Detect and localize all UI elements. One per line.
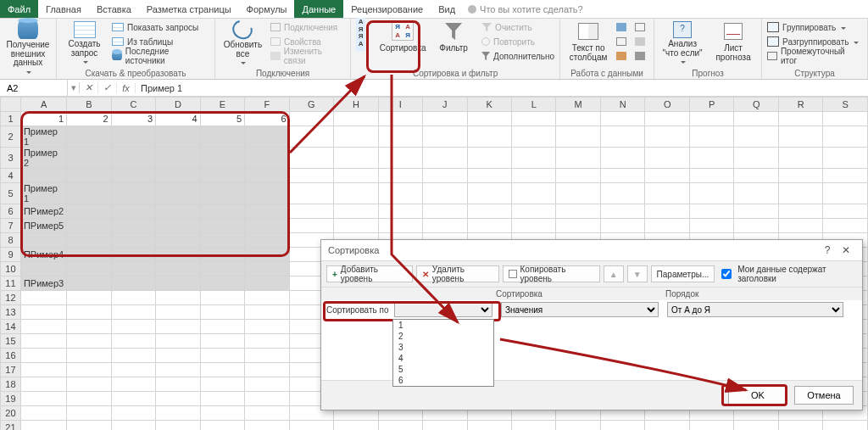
col-header[interactable]: B <box>67 98 111 112</box>
cell[interactable] <box>156 392 200 406</box>
cell[interactable] <box>67 377 111 392</box>
cell[interactable] <box>67 148 111 169</box>
cell[interactable] <box>511 169 555 183</box>
cell[interactable] <box>111 233 155 248</box>
cell[interactable] <box>689 112 733 126</box>
row-header[interactable]: 20 <box>1 406 21 421</box>
cell[interactable] <box>200 305 244 320</box>
cell[interactable] <box>734 183 779 204</box>
cell[interactable]: 3 <box>111 112 155 126</box>
cell[interactable] <box>823 112 868 126</box>
cell[interactable] <box>200 349 244 363</box>
cell[interactable] <box>600 112 644 126</box>
col-header[interactable]: P <box>689 98 733 112</box>
cell[interactable]: 5 <box>200 112 244 126</box>
cell[interactable] <box>778 204 822 219</box>
col-header[interactable]: O <box>645 98 690 112</box>
cell[interactable] <box>67 320 111 334</box>
cell[interactable] <box>423 148 467 169</box>
col-header[interactable]: J <box>423 98 467 112</box>
tab-home[interactable]: Главная <box>38 0 89 18</box>
cell[interactable] <box>20 392 66 406</box>
cell[interactable] <box>20 334 66 349</box>
cell[interactable] <box>156 148 200 169</box>
cell[interactable] <box>645 219 690 233</box>
formula-input[interactable]: Пример 1 <box>136 83 868 93</box>
cell[interactable] <box>467 148 511 169</box>
cell[interactable] <box>111 421 155 431</box>
ok-button[interactable]: OK <box>728 386 787 405</box>
cell[interactable] <box>200 248 244 262</box>
subtotal[interactable]: Промежуточный итог <box>767 49 862 63</box>
cell[interactable] <box>778 126 822 148</box>
recent-sources[interactable]: Последние источники <box>112 49 209 63</box>
cell[interactable] <box>200 183 244 204</box>
consolidate-icon[interactable] <box>635 20 648 34</box>
cell[interactable] <box>689 169 733 183</box>
cell[interactable] <box>156 334 200 349</box>
cell[interactable] <box>289 183 334 204</box>
cell[interactable] <box>111 219 155 233</box>
cell[interactable] <box>111 349 155 363</box>
cell[interactable] <box>156 248 200 262</box>
name-box-input[interactable] <box>5 82 62 94</box>
cell[interactable] <box>200 377 244 392</box>
cell[interactable] <box>245 363 289 377</box>
cell[interactable] <box>111 377 155 392</box>
cell[interactable] <box>111 169 155 183</box>
cell[interactable] <box>556 148 601 169</box>
cell[interactable] <box>200 204 244 219</box>
cell[interactable] <box>467 112 511 126</box>
row-header[interactable]: 21 <box>1 421 21 431</box>
cell[interactable] <box>289 112 334 126</box>
cell[interactable] <box>423 126 467 148</box>
order-select[interactable]: От А до Я <box>667 302 843 317</box>
row-header[interactable]: 17 <box>1 363 21 377</box>
tab-insert[interactable]: Вставка <box>89 0 139 18</box>
cell[interactable] <box>67 349 111 363</box>
cell[interactable] <box>645 169 690 183</box>
cell[interactable] <box>600 183 644 204</box>
cell[interactable] <box>67 305 111 320</box>
cell[interactable] <box>289 421 334 431</box>
cell[interactable] <box>645 421 690 431</box>
cell[interactable] <box>156 363 200 377</box>
cell[interactable] <box>556 421 601 431</box>
cell[interactable] <box>67 363 111 377</box>
cell[interactable] <box>245 219 289 233</box>
cell[interactable] <box>467 183 511 204</box>
cell[interactable] <box>200 406 244 421</box>
cell[interactable] <box>245 276 289 291</box>
cell[interactable] <box>245 183 289 204</box>
cell[interactable] <box>245 377 289 392</box>
cell[interactable] <box>511 219 555 233</box>
col-header[interactable]: E <box>200 98 244 112</box>
col-header[interactable]: I <box>378 98 422 112</box>
cell[interactable] <box>67 219 111 233</box>
cell[interactable] <box>645 112 690 126</box>
cell[interactable] <box>823 169 868 183</box>
cell[interactable] <box>334 421 378 431</box>
cell[interactable] <box>734 126 779 148</box>
forecast[interactable]: Лист прогноза <box>710 20 756 64</box>
cell[interactable] <box>156 233 200 248</box>
cell[interactable] <box>245 204 289 219</box>
cell[interactable] <box>289 219 334 233</box>
filter-button[interactable]: Фильтр <box>431 20 476 64</box>
cell[interactable] <box>289 126 334 148</box>
cell[interactable] <box>200 363 244 377</box>
cell[interactable] <box>156 126 200 148</box>
manage-model-icon[interactable] <box>635 49 648 63</box>
cell[interactable] <box>245 392 289 406</box>
cell[interactable] <box>156 276 200 291</box>
cell[interactable] <box>111 392 155 406</box>
sorton-select[interactable]: Значения <box>501 302 659 317</box>
cell[interactable] <box>245 126 289 148</box>
cell[interactable] <box>823 204 868 219</box>
cell[interactable] <box>67 169 111 183</box>
cell[interactable] <box>378 169 422 183</box>
cell[interactable] <box>156 262 200 276</box>
cell[interactable] <box>156 305 200 320</box>
flash-fill-icon[interactable] <box>616 20 630 34</box>
cell[interactable] <box>200 233 244 248</box>
